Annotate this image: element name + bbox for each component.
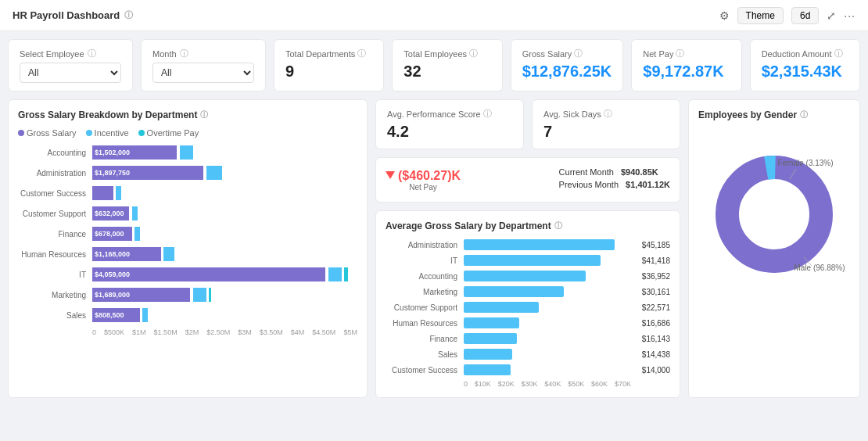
dashboard: Select Employee ⓘ All Month ⓘ All Total … [0, 31, 868, 406]
dashboard-title: HR Payroll Dashboard [13, 9, 120, 21]
info-icon: ⓘ [483, 108, 492, 120]
avg-sick-label: Avg. Sick Days ⓘ [543, 108, 669, 120]
month-select[interactable]: All [152, 63, 254, 83]
info-icon: ⓘ [834, 48, 843, 59]
gender-chart-title: Employees by Gender ⓘ [698, 109, 850, 120]
bar-row-customer-success: Customer Success [18, 186, 357, 200]
current-month-value: $940.85K [621, 167, 658, 177]
gross-salary-bar-chart: Accounting $1,502,000 Administration $1,… [18, 145, 357, 336]
gender-chart-card: Employees by Gender ⓘ Female (3.13%) [688, 99, 860, 398]
info-icon: ⓘ [604, 108, 612, 120]
stat-gross-label: Gross Salary ⓘ [522, 48, 612, 59]
stats-row: Select Employee ⓘ All Month ⓘ All Total … [8, 39, 860, 91]
stat-employees-card: Total Employees ⓘ 32 [392, 39, 502, 91]
filter-employee-label: Select Employee ⓘ [20, 48, 121, 59]
stat-gross-salary-card: Gross Salary ⓘ $12,876.25K [511, 39, 624, 91]
fullscreen-icon[interactable]: ⤢ [827, 9, 836, 22]
netpay-delta-area: ($460.27)K Net Pay [386, 169, 461, 192]
avg-bar-hr: Human Resources $16,686 [386, 317, 670, 328]
info-icon: ⓘ [357, 48, 366, 59]
info-icon: ⓘ [554, 220, 562, 231]
triangle-down-icon [386, 170, 395, 181]
legend-incentive: Incentive [86, 128, 129, 138]
info-icon: ⓘ [574, 48, 583, 59]
bar-row-hr: Human Resources $1,168,000 [18, 247, 357, 261]
avg-bar-marketing: Marketing $30,161 [386, 286, 670, 297]
previous-month-value: $1,401.12K [626, 180, 670, 189]
netpay-comparison-card: ($460.27)K Net Pay Current Month $940.85… [375, 157, 680, 203]
stat-departments-card: Total Departments ⓘ 9 [274, 39, 384, 91]
info-icon: ⓘ [180, 48, 188, 59]
netpay-delta-value: ($460.27)K [386, 169, 461, 183]
bar-row-administration: Administration $1,897,750 [18, 166, 357, 180]
time-button[interactable]: 6d [791, 7, 819, 24]
topbar: HR Payroll Dashboard ⓘ ⚙ Theme 6d ⤢ ··· [0, 0, 868, 31]
previous-month-row: Previous Month $1,401.12K [559, 180, 670, 189]
avg-salary-bars: Administration $45,185 IT $41,418 [386, 239, 670, 388]
avg-salary-chart-card: Average Gross Salary by Department ⓘ Adm… [375, 210, 680, 398]
bar-row-marketing: Marketing $1,689,000 [18, 288, 357, 302]
filter-employee-card: Select Employee ⓘ All [8, 39, 133, 91]
middle-column: Avg. Performance Score ⓘ 4.2 Avg. Sick D… [375, 99, 680, 398]
bar-row-sales: Sales $808,500 [18, 308, 357, 322]
avg-sick-card: Avg. Sick Days ⓘ 7 [532, 99, 680, 149]
male-label: Male (96.88%) [794, 264, 845, 272]
info-icon: ⓘ [200, 109, 208, 120]
gear-icon: ⚙ [719, 9, 730, 22]
info-icon: ⓘ [676, 48, 684, 59]
bar-row-accounting: Accounting $1,502,000 [18, 145, 357, 160]
more-icon[interactable]: ··· [844, 9, 855, 22]
avg-bar-sales: Sales $14,438 [386, 349, 670, 360]
filter-month-card: Month ⓘ All [141, 39, 266, 91]
topbar-actions: ⚙ Theme 6d ⤢ ··· [719, 7, 855, 24]
legend-gross: Gross Salary [18, 128, 77, 138]
stat-netpay-value: $9,172.87K [643, 63, 730, 81]
stat-deduction-card: Deduction Amount ⓘ $2,315.43K [750, 39, 860, 91]
avg-bar-administration: Administration $45,185 [386, 239, 670, 250]
info-icon: ⓘ [469, 48, 478, 59]
svg-point-3 [740, 180, 809, 249]
stat-gross-value: $12,876.25K [522, 63, 612, 81]
bar-row-customer-support: Customer Support $632,000 [18, 206, 357, 220]
gross-salary-chart-card: Gross Salary Breakdown by Department ⓘ G… [8, 99, 368, 398]
info-icon: ⓘ [800, 109, 808, 120]
chart-legend: Gross Salary Incentive Overtime Pay [18, 128, 357, 138]
avg-perf-label: Avg. Performance Score ⓘ [387, 108, 512, 120]
female-label: Female (3.13%) [777, 159, 833, 167]
avg-bar-customer-support: Customer Support $22,571 [386, 302, 670, 313]
avg-bar-accounting: Accounting $36,952 [386, 271, 670, 281]
stat-employees-value: 32 [404, 63, 490, 81]
gross-salary-chart-title: Gross Salary Breakdown by Department ⓘ [18, 109, 357, 120]
stat-departments-value: 9 [285, 63, 372, 81]
legend-overtime: Overtime Pay [138, 128, 199, 138]
stat-employees-label: Total Employees ⓘ [404, 48, 490, 59]
bar-row-finance: Finance $678,000 [18, 227, 357, 241]
topbar-title-area: HR Payroll Dashboard ⓘ [13, 9, 133, 21]
avg-bar-it: IT $41,418 [386, 255, 670, 266]
info-icon: ⓘ [124, 9, 133, 21]
netpay-comparison-values: Current Month $940.85K Previous Month $1… [559, 167, 670, 192]
bar-row-it: IT $4,059,000 [18, 267, 357, 281]
stat-deduction-value: $2,315.43K [762, 63, 848, 81]
main-grid: Gross Salary Breakdown by Department ⓘ G… [8, 99, 860, 398]
avg-bar-customer-success: Customer Success $14,000 [386, 364, 670, 375]
filter-month-label: Month ⓘ [152, 48, 254, 59]
avg-salary-chart-title: Average Gross Salary by Department ⓘ [386, 220, 670, 231]
score-row: Avg. Performance Score ⓘ 4.2 Avg. Sick D… [375, 99, 680, 149]
avg-bar-finance: Finance $16,143 [386, 333, 670, 344]
stat-netpay-card: Net Pay ⓘ $9,172.87K [631, 39, 741, 91]
avg-perf-card: Avg. Performance Score ⓘ 4.2 [375, 99, 524, 149]
avg-sick-value: 7 [543, 123, 669, 141]
donut-svg: Female (3.13%) Male (96.88%) [704, 128, 845, 285]
stat-netpay-label: Net Pay ⓘ [643, 48, 730, 59]
stat-deduction-label: Deduction Amount ⓘ [762, 48, 848, 59]
x-axis: 0$500K$1M$1.50M$2M $2.50M$3M$3.50M$4M$4.… [18, 328, 357, 336]
svg-marker-0 [386, 171, 395, 179]
donut-chart-container: Female (3.13%) Male (96.88%) [698, 128, 850, 285]
current-month-row: Current Month $940.85K [559, 167, 670, 177]
employee-select[interactable]: All [20, 63, 121, 83]
netpay-sub-label: Net Pay [409, 183, 437, 192]
info-icon: ⓘ [88, 48, 96, 59]
avg-perf-value: 4.2 [387, 123, 512, 141]
theme-button[interactable]: Theme [737, 7, 784, 24]
